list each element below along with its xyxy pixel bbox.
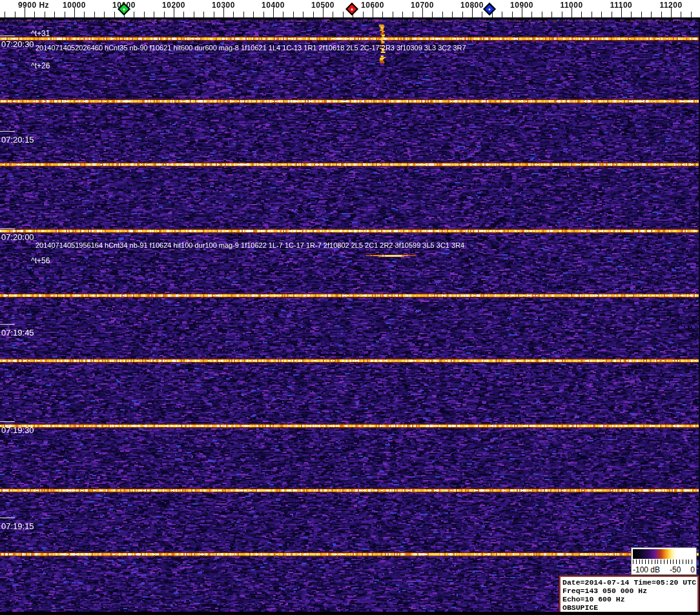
freq-label: 10800 [460,1,484,10]
freq-tick [432,12,433,17]
marker-red-diamond[interactable] [345,3,358,15]
freq-tick [154,12,154,17]
freq-tick [651,12,652,17]
freq-tick [442,12,443,17]
freq-label: 11100 [610,1,633,10]
time-label: 07:19:30 [1,425,34,435]
colorbar-labels: -100 dB -50 0 [633,565,695,574]
freq-tick [581,12,582,17]
freq-label: 9900 Hz [18,1,49,10]
freq-tick [551,12,552,17]
freq-tick [65,12,65,17]
freq-tick [612,12,612,17]
time-tick [0,518,15,518]
colorbar-label-max: 0 [690,565,695,574]
freq-tick [303,12,304,17]
info-line-freq: Freq=143 050 000 Hz [562,587,695,595]
freq-tick [164,12,165,17]
freq-tick [462,12,463,17]
freq-tick [333,12,333,17]
freq-tick [601,12,602,17]
freq-tick [413,12,413,17]
time-label: 07:20:00 [1,232,34,242]
freq-tick [15,12,15,17]
freq-tick [452,12,453,17]
observation-info-box: Date=2014-07-14 Time=05:20 UTC Freq=143 … [559,576,699,614]
freq-tick [393,12,393,17]
freq-tick [681,12,681,17]
freq-tick [562,12,562,17]
colorbar-ticks [633,560,695,564]
freq-tick [194,12,194,17]
freq-tick [512,12,513,17]
freq-tick [144,12,145,17]
meteor-waterfall-screen: 9900 Hz100001010010200103001040010500106… [0,0,700,615]
time-label: 07:20:15 [1,135,34,145]
freq-tick [263,12,264,17]
freq-tick [84,12,85,17]
bottom-border [0,612,700,615]
freq-tick [661,12,662,17]
freq-label: 10900 [510,1,533,10]
marker-center-dot [123,8,125,10]
freq-tick [54,12,55,17]
echo-time-annotation: ^t+56 [31,256,50,265]
time-label: 07:20:30 [1,39,34,49]
freq-tick [5,12,5,17]
time-tick [0,131,15,132]
freq-tick [253,12,254,17]
freq-label: 10500 [311,1,335,10]
info-line-station: OBSUPICE [562,603,695,612]
time-tick [0,35,15,36]
freq-tick [691,12,692,17]
freq-tick [134,12,134,17]
echo-time-annotation: ^t+31 [31,29,50,38]
freq-tick [104,12,105,17]
freq-tick [183,12,184,17]
marker-center-dot [488,8,491,10]
freq-label: 10300 [212,1,235,10]
detection-record-text: 20140714051956164 hCnt34 nb-91 f10624 hi… [36,241,464,249]
freq-tick [114,12,115,17]
freq-tick [313,12,314,17]
frequency-ruler: 9900 Hz100001010010200103001040010500106… [0,0,700,19]
freq-tick [482,12,482,17]
time-label: 07:19:45 [1,328,34,338]
freq-tick [203,12,204,17]
time-tick [0,324,15,325]
time-tick [0,228,15,229]
freq-tick [502,12,502,17]
time-tick [0,421,15,422]
freq-tick [34,12,35,17]
freq-tick [382,12,383,17]
colorbar-label-mid: -50 [670,565,681,574]
info-line-echo: Echo=10 600 Hz [562,595,695,603]
freq-tick [363,12,364,17]
colorbar-panel: -100 dB -50 0 [631,547,697,575]
colorbar-label-min: -100 dB [633,565,660,574]
freq-tick [293,12,294,17]
freq-tick [631,12,632,17]
freq-label: 10400 [262,1,285,10]
freq-tick [542,12,542,17]
detection-record-text: 20140714052026460 hCnt35 nb-90 f10621 hi… [36,44,466,52]
marker-blue-diamond[interactable] [483,3,496,15]
marker-center-dot [351,8,353,10]
freq-tick [94,12,95,17]
freq-tick [402,12,403,17]
info-line-date: Date=2014-07-14 Time=05:20 UTC [562,578,695,587]
freq-tick [592,12,592,17]
freq-label: 10200 [162,1,185,10]
freq-tick [641,12,642,17]
freq-tick [243,12,244,17]
freq-label: 10600 [361,1,384,10]
freq-label: 10000 [63,1,86,10]
echo-time-annotation: ^t+26 [31,61,50,70]
freq-label: 11000 [560,1,582,10]
freq-tick [45,12,45,17]
freq-tick [283,12,283,17]
colorbar-gradient [633,549,695,559]
freq-tick [343,12,344,17]
time-label: 07:19:15 [1,521,34,531]
freq-label: 11200 [659,1,682,10]
